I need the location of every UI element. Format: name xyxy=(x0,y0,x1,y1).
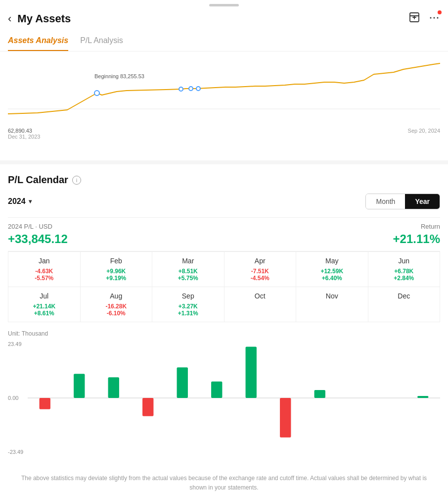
month-name: Nov xyxy=(300,292,364,300)
month-cell-feb: Feb+9.96K+9.19% xyxy=(81,252,153,287)
month-cell-sep: Sep+3.27K+1.31% xyxy=(152,287,224,322)
view-toggle: Month Year xyxy=(365,194,440,209)
year-dropdown-arrow: ▾ xyxy=(29,198,32,205)
month-pl-value: +12.59K xyxy=(300,268,364,275)
month-pct-value: +6.40% xyxy=(300,275,364,282)
month-cell-aug: Aug-16.28K-6.10% xyxy=(81,287,153,322)
bar-feb xyxy=(74,374,85,398)
month-cell-may: May+12.59K+6.40% xyxy=(296,252,368,287)
month-name: Dec xyxy=(372,292,436,300)
bar-mar xyxy=(108,377,119,398)
month-cell-oct: Oct xyxy=(224,287,297,322)
chart-start-value: 62,890.43 xyxy=(8,128,40,134)
disclaimer: The above statistics may deviate slightl… xyxy=(0,459,448,492)
header-right xyxy=(408,11,440,26)
month-name: Jul xyxy=(12,292,76,300)
month-pl-value: -7.51K xyxy=(228,268,292,275)
month-pct-value: -6.10% xyxy=(85,310,148,317)
month-name: Feb xyxy=(85,257,148,265)
bar-may xyxy=(177,367,188,398)
month-pct-value: -4.54% xyxy=(228,275,292,282)
month-cell-mar: Mar+8.51K+5.75% xyxy=(152,252,224,287)
chart-start-date: Dec 31, 2023 xyxy=(8,134,40,140)
bar-sep xyxy=(314,390,325,398)
month-pct-value: +5.75% xyxy=(156,275,220,282)
month-pct-value: +9.19% xyxy=(85,275,148,282)
more-menu-icon[interactable] xyxy=(428,12,440,26)
bar-jul xyxy=(246,347,257,398)
month-cell-jul: Jul+21.14K+8.61% xyxy=(8,287,81,322)
month-toggle[interactable]: Month xyxy=(366,194,405,209)
month-name: Jan xyxy=(12,257,76,265)
svg-point-7 xyxy=(94,91,99,96)
bar-aug xyxy=(280,398,291,438)
svg-point-4 xyxy=(434,17,435,18)
pl-right: Return +21.11% xyxy=(393,223,440,246)
info-icon[interactable]: i xyxy=(72,176,81,185)
tab-pl-analysis[interactable]: P/L Analysis xyxy=(80,31,123,51)
month-name: May xyxy=(300,257,364,265)
svg-point-10 xyxy=(196,87,200,91)
month-pct-value: -5.57% xyxy=(12,275,76,282)
pl-calendar-title: P/L Calendar xyxy=(8,174,68,186)
month-cell-dec: Dec xyxy=(368,287,441,322)
beginning-label: Beginning 83,255.53 xyxy=(94,73,144,79)
header: ‹ My Assets xyxy=(0,6,448,31)
disclaimer-text: The above statistics may deviate slightl… xyxy=(21,475,427,491)
y-zero-label: 0.00 xyxy=(8,395,27,401)
svg-point-9 xyxy=(189,87,193,91)
month-cell-apr: Apr-7.51K-4.54% xyxy=(224,252,297,287)
section-divider xyxy=(0,160,448,164)
svg-point-8 xyxy=(179,87,183,91)
month-name: Sep xyxy=(156,292,220,300)
share-icon[interactable] xyxy=(408,11,420,26)
bar-chart-section: Unit: Thousand 23.49 0.00 -23.49 xyxy=(0,322,448,455)
pl-calendar-section: P/L Calendar i 2024 ▾ Month Year 2024 P/… xyxy=(0,164,448,322)
bar-jun xyxy=(211,382,222,398)
pl-label: 2024 P/L · USD xyxy=(8,223,68,230)
bar-chart-wrap: 23.49 0.00 -23.49 xyxy=(8,341,440,455)
month-name: Oct xyxy=(228,292,292,300)
month-pl-value: -4.63K xyxy=(12,268,76,275)
month-cell-nov: Nov xyxy=(296,287,368,322)
month-name: Mar xyxy=(156,257,220,265)
month-pct-value: +8.61% xyxy=(12,310,76,317)
pl-left: 2024 P/L · USD +33,845.12 xyxy=(8,223,68,246)
return-value: +21.11% xyxy=(393,232,440,246)
month-name: Apr xyxy=(228,257,292,265)
chart-end: Sep 20, 2024 xyxy=(408,128,440,140)
y-max-label: 23.49 xyxy=(8,341,27,347)
line-chart-svg xyxy=(8,59,440,124)
month-pl-value: +6.78K xyxy=(372,268,436,275)
month-name: Jun xyxy=(372,257,436,265)
pl-calendar-header: P/L Calendar i xyxy=(8,174,440,186)
controls-row: 2024 ▾ Month Year xyxy=(8,194,440,209)
month-cell-jun: Jun+6.78K+2.84% xyxy=(368,252,441,287)
month-pl-value: +9.96K xyxy=(85,268,148,275)
monthly-grid: Jan-4.63K-5.57%Feb+9.96K+9.19%Mar+8.51K+… xyxy=(8,251,440,322)
month-name: Aug xyxy=(85,292,148,300)
pl-summary: 2024 P/L · USD +33,845.12 Return +21.11% xyxy=(8,217,440,251)
notification-badge xyxy=(438,10,442,14)
chart-end-date: Sep 20, 2024 xyxy=(408,128,440,134)
month-pl-value: -16.28K xyxy=(85,303,148,310)
year-toggle[interactable]: Year xyxy=(405,194,440,209)
assets-chart: Beginning 83,255.53 62,890.43 Dec 31, 20… xyxy=(0,51,448,141)
chart-start: 62,890.43 Dec 31, 2023 xyxy=(8,128,40,140)
svg-point-3 xyxy=(430,17,432,18)
tab-assets-analysis[interactable]: Assets Analysis xyxy=(8,31,68,51)
bar-jan xyxy=(40,398,50,409)
back-button[interactable]: ‹ xyxy=(8,12,11,25)
tab-bar: Assets Analysis P/L Analysis xyxy=(0,31,448,51)
year-selector[interactable]: 2024 ▾ xyxy=(8,197,32,206)
month-cell-jan: Jan-4.63K-5.57% xyxy=(8,252,81,287)
header-left: ‹ My Assets xyxy=(8,12,71,25)
month-pct-value: +2.84% xyxy=(372,275,436,282)
pl-value: +33,845.12 xyxy=(8,232,68,246)
selected-year: 2024 xyxy=(8,197,26,206)
month-pl-value: +8.51K xyxy=(156,268,220,275)
month-pl-value: +3.27K xyxy=(156,303,220,310)
bar-dec xyxy=(417,396,428,398)
bar-apr xyxy=(142,398,153,416)
unit-label: Unit: Thousand xyxy=(8,330,440,337)
